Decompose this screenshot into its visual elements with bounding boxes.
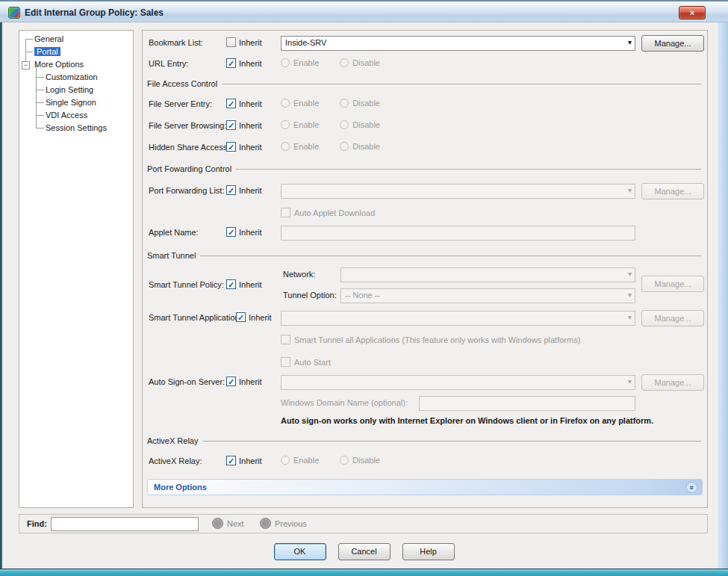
hidden-share-access-enable-radio[interactable]: Enable: [281, 142, 319, 151]
find-bar: Find: Next Previous: [19, 514, 708, 533]
activex-disable-radio[interactable]: Disable: [340, 456, 380, 465]
portal-settings-panel: Bookmark List: Inherit Inside-SRV ▾ Mana…: [142, 30, 708, 508]
chevron-down-icon: ▾: [628, 377, 632, 385]
smart-tunnel-application-dropdown[interactable]: ▾: [281, 311, 635, 326]
checkbox-checked-icon: ✓: [226, 99, 236, 108]
url-entry-label: URL Entry:: [149, 59, 188, 68]
activex-inherit-checkbox[interactable]: ✓ Inherit: [226, 456, 262, 465]
windows-domain-row: Windows Domain Name (optional):: [143, 395, 707, 412]
find-previous-button[interactable]: Previous: [260, 518, 307, 529]
radio-icon: [340, 99, 349, 108]
auto-signon-server-dropdown[interactable]: ▾: [281, 375, 635, 390]
url-entry-enable-radio[interactable]: Enable: [281, 58, 319, 67]
url-entry-row: URL Entry: ✓ Inherit Enable Disable: [143, 56, 707, 72]
tree-item-general[interactable]: General: [19, 33, 133, 46]
file-server-browsing-enable-radio[interactable]: Enable: [281, 120, 319, 129]
auto-signon-inherit-checkbox[interactable]: ✓ Inherit: [226, 377, 262, 386]
find-label: Find:: [27, 519, 47, 528]
radio-icon: [340, 142, 349, 151]
chevron-down-icon: ▾: [628, 291, 632, 299]
radio-icon: [340, 58, 349, 67]
tree-item-more-options[interactable]: More Options: [19, 58, 133, 71]
bookmark-list-dropdown[interactable]: Inside-SRV ▾: [281, 36, 635, 51]
applet-name-inherit-checkbox[interactable]: ✓ Inherit: [226, 227, 262, 237]
file-server-browsing-disable-radio[interactable]: Disable: [340, 120, 380, 129]
tunnel-option-label: Tunnel Option:: [283, 291, 337, 300]
hidden-share-access-inherit-checkbox[interactable]: ✓ Inherit: [226, 142, 262, 152]
more-options-expander[interactable]: More Options »: [147, 479, 703, 495]
radio-icon: [340, 456, 349, 465]
next-arrow-icon: [212, 518, 223, 529]
radio-icon: [281, 99, 290, 108]
bookmark-list-row: Bookmark List: Inherit Inside-SRV ▾ Mana…: [143, 35, 707, 52]
nav-tree: − General Portal More Options Customizat…: [19, 30, 134, 508]
smart-tunnel-application-inherit-checkbox[interactable]: ✓ Inherit: [236, 312, 272, 322]
port-forwarding-list-dropdown[interactable]: ▾: [281, 184, 635, 199]
hidden-share-access-disable-radio[interactable]: Disable: [340, 142, 380, 151]
tunnel-option-dropdown[interactable]: -- None -- ▾: [340, 288, 635, 303]
tunnel-option-row: Tunnel Option: -- None -- ▾: [143, 288, 707, 304]
file-server-browsing-row: File Server Browsing: ✓ Inherit Enable D…: [143, 118, 707, 134]
checkbox-checked-icon: ✓: [226, 120, 236, 130]
tree-item-single-signon[interactable]: Single Signon: [19, 96, 133, 109]
checkbox-checked-icon: ✓: [226, 185, 236, 195]
url-entry-inherit-checkbox[interactable]: ✓ Inherit: [226, 58, 262, 68]
auto-applet-download-checkbox[interactable]: Auto Applet Download: [281, 208, 375, 217]
smart-tunnel-application-label: Smart Tunnel Application:: [149, 313, 242, 322]
url-entry-disable-radio[interactable]: Disable: [340, 58, 380, 67]
tree-item-vdi-access[interactable]: VDI Access: [19, 109, 133, 122]
smart-tunnel-application-manage-button[interactable]: Manage...: [641, 310, 704, 326]
close-icon: ×: [690, 8, 694, 17]
find-next-button[interactable]: Next: [212, 518, 244, 529]
find-input[interactable]: [51, 517, 199, 531]
file-access-section-header: File Access Control: [147, 78, 701, 89]
window-title: Edit Internal Group Policy: Sales: [25, 7, 164, 18]
smart-tunnel-all-apps-row: Smart Tunnel all Applications (This feat…: [143, 332, 707, 349]
tree-item-portal[interactable]: Portal: [19, 46, 133, 58]
checkbox-unchecked-icon: [281, 357, 290, 367]
port-forwarding-manage-button[interactable]: Manage...: [641, 183, 704, 199]
checkbox-checked-icon: ✓: [226, 377, 236, 386]
auto-signon-server-row: Auto Sign-on Server: ✓ Inherit ▾ Manage.…: [143, 374, 707, 391]
chevron-double-down-icon: »: [686, 482, 697, 493]
file-server-entry-inherit-checkbox[interactable]: ✓ Inherit: [226, 99, 262, 108]
file-server-entry-disable-radio[interactable]: Disable: [340, 99, 380, 108]
file-server-browsing-label: File Server Browsing:: [149, 121, 227, 130]
tree-item-login-setting[interactable]: Login Setting: [19, 84, 133, 96]
checkbox-checked-icon: ✓: [226, 58, 236, 68]
close-button[interactable]: ×: [679, 6, 706, 19]
smart-tunnel-application-row: Smart Tunnel Application: ✓ Inherit ▾ Ma…: [143, 310, 707, 326]
bookmark-manage-button[interactable]: Manage...: [641, 35, 704, 52]
activex-enable-radio[interactable]: Enable: [281, 456, 319, 465]
applet-name-input[interactable]: [281, 226, 635, 241]
auto-start-checkbox[interactable]: Auto Start: [281, 357, 331, 367]
window-frame-left: [0, 22, 2, 569]
activex-section-header: ActiveX Relay: [147, 436, 701, 446]
port-forwarding-list-label: Port Forwarding List:: [149, 186, 224, 195]
port-forwarding-section-header: Port Fowarding Control: [147, 164, 701, 174]
bookmark-list-label: Bookmark List:: [149, 38, 203, 47]
radio-icon: [281, 456, 290, 465]
file-server-browsing-inherit-checkbox[interactable]: ✓ Inherit: [226, 120, 262, 130]
help-button[interactable]: Help: [402, 543, 455, 560]
auto-signon-note-row: Auto sign-on works only with Internet Ex…: [143, 413, 707, 430]
tree-item-customization[interactable]: Customization: [19, 71, 133, 84]
smart-tunnel-all-apps-checkbox[interactable]: Smart Tunnel all Applications (This feat…: [281, 335, 580, 344]
activex-relay-row: ActiveX Relay: ✓ Inherit Enable Disable: [143, 453, 707, 470]
applet-name-row: Applet Name: ✓ Inherit: [143, 225, 707, 241]
file-server-entry-row: File Server Entry: ✓ Inherit Enable Disa…: [143, 96, 707, 113]
bookmark-inherit-checkbox[interactable]: Inherit: [226, 37, 262, 47]
window-frame-right: [717, 22, 728, 569]
title-bar: Edit Internal Group Policy: Sales ×: [0, 0, 728, 22]
auto-signon-note: Auto sign-on works only with Internet Ex…: [281, 416, 653, 425]
app-icon: [8, 7, 20, 19]
windows-domain-input[interactable]: [419, 396, 635, 411]
checkbox-checked-icon: ✓: [226, 227, 236, 237]
tree-item-session-settings[interactable]: Session Settings: [19, 122, 133, 134]
cancel-button[interactable]: Cancel: [338, 543, 391, 560]
ok-button[interactable]: OK: [274, 543, 326, 560]
port-forwarding-inherit-checkbox[interactable]: ✓ Inherit: [226, 185, 262, 195]
auto-signon-manage-button[interactable]: Manage...: [641, 374, 704, 391]
activex-relay-label: ActiveX Relay:: [149, 456, 202, 465]
file-server-entry-enable-radio[interactable]: Enable: [281, 99, 319, 108]
